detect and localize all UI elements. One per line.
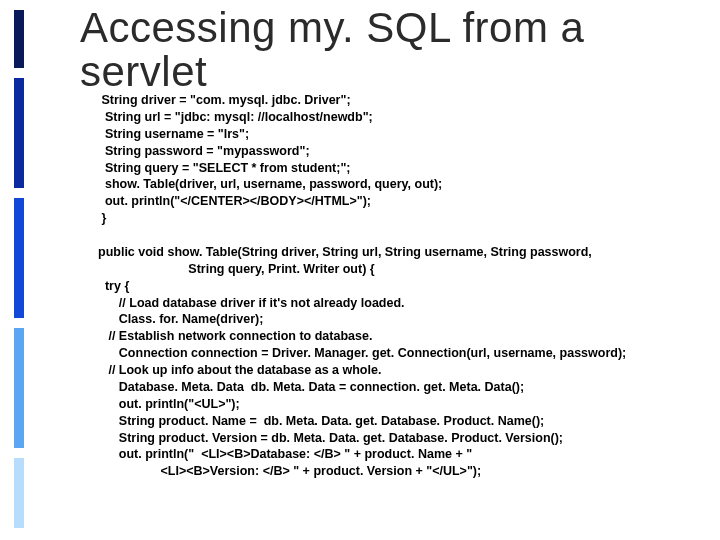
code-line: out. println("</CENTER></BODY></HTML>");: [98, 194, 371, 208]
code-line: String query, Print. Writer out) {: [98, 262, 375, 276]
code-line: <LI><B>Version: </B> " + product. Versio…: [98, 464, 481, 478]
code-line: Class. for. Name(driver);: [98, 312, 263, 326]
title-line-1: Accessing my. SQL from a: [80, 4, 584, 51]
code-line: show. Table(driver, url, username, passw…: [98, 177, 442, 191]
accent-segment: [14, 328, 24, 448]
code-line: String password = "mypassword";: [98, 144, 310, 158]
code-line: out. println("<UL>");: [98, 397, 240, 411]
code-line: Connection connection = Driver. Manager.…: [98, 346, 626, 360]
code-line: String username = "lrs";: [98, 127, 249, 141]
slide: Accessing my. SQL from a servlet String …: [0, 0, 720, 540]
code-line: String driver = "com. mysql. jdbc. Drive…: [98, 93, 351, 107]
slide-title: Accessing my. SQL from a servlet: [80, 6, 584, 94]
code-line: String product. Version = db. Meta. Data…: [98, 431, 563, 445]
title-line-2: servlet: [80, 48, 207, 95]
accent-segment: [14, 78, 24, 188]
accent-segment: [14, 458, 24, 528]
code-line: // Load database driver if it's not alre…: [98, 296, 405, 310]
code-line: // Establish network connection to datab…: [98, 329, 372, 343]
code-line: String query = "SELECT * from student;";: [98, 161, 351, 175]
code-line: try {: [98, 279, 129, 293]
accent-bar: [0, 0, 26, 540]
code-line: String product. Name = db. Meta. Data. g…: [98, 414, 544, 428]
code-line: }: [98, 211, 106, 225]
code-line: String url = "jdbc: mysql: //localhost/n…: [98, 110, 373, 124]
code-line: Database. Meta. Data db. Meta. Data = co…: [98, 380, 524, 394]
code-line: public void show. Table(String driver, S…: [98, 245, 592, 259]
accent-segment: [14, 10, 24, 68]
accent-segment: [14, 198, 24, 318]
code-line: // Look up info about the database as a …: [98, 363, 381, 377]
code-line: out. println(" <LI><B>Database: </B> " +…: [98, 447, 472, 461]
code-block: String driver = "com. mysql. jdbc. Drive…: [98, 92, 698, 480]
